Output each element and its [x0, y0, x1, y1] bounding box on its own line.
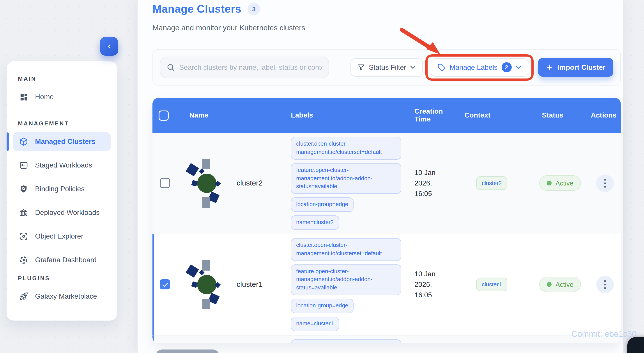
clusters-table: Name Labels Creation Time Context Status… — [152, 98, 621, 343]
sidebar-item-grafana-dashboard[interactable]: Grafana Dashboard — [13, 250, 111, 270]
toolbar: Status Filter Manage Labels 2 Imp — [152, 49, 621, 86]
import-cluster-label: Import Cluster — [558, 63, 606, 71]
status-badge: Active — [539, 277, 581, 292]
sidebar-item-label: Staged Workloads — [35, 161, 92, 169]
table-row: cluster2 cluster.open-cluster-management… — [152, 133, 621, 234]
bank-check-icon — [19, 208, 28, 217]
cluster-label-chip: location-group=edge — [291, 197, 354, 212]
cluster-label-chip: feature.open-cluster-management.io/addon… — [291, 163, 401, 194]
cluster-label-chip: cluster.open-cluster-management.io/clust… — [291, 137, 401, 159]
cut-off-corner-widget[interactable] — [627, 337, 644, 353]
search-input[interactable] — [179, 63, 322, 71]
sidebar-item-label: Object Explorer — [35, 232, 84, 240]
context-badge: cluster1 — [476, 278, 507, 291]
sidebar-item-label: Binding Policies — [35, 185, 84, 193]
status-dot-icon — [547, 282, 552, 287]
row-actions-button[interactable] — [596, 175, 614, 192]
status-badge: Active — [539, 176, 581, 191]
sidebar-section-plugins: PLUGINS — [18, 275, 111, 281]
manage-labels-label: Manage Labels — [450, 63, 498, 71]
cluster-name: cluster1 — [236, 279, 263, 290]
page-subtitle: Manage and monitor your Kubernetes clust… — [152, 24, 305, 33]
cluster-label-chip: name=cluster1 — [291, 317, 339, 331]
label-chips: cluster.open-cluster-management.io/clust… — [291, 339, 401, 343]
page-title: Manage Clusters — [152, 3, 242, 15]
sidebar-item-object-explorer[interactable]: Object Explorer — [13, 227, 111, 246]
chevron-down-icon — [410, 65, 416, 69]
creation-time: 10 Jan 2026, 16:05 — [404, 269, 451, 300]
column-header-status: Status — [524, 111, 589, 119]
row-checkbox[interactable] — [160, 279, 170, 290]
column-header-actions: Actions — [589, 111, 621, 119]
filter-funnel-icon — [358, 64, 365, 71]
search-icon — [166, 63, 175, 72]
sidebar-item-home[interactable]: Home — [13, 87, 111, 107]
search-box[interactable] — [160, 57, 329, 78]
row-checkbox[interactable] — [160, 178, 170, 188]
status-filter-button[interactable]: Status Filter — [350, 58, 423, 77]
import-cluster-button[interactable]: Import Cluster — [538, 58, 613, 77]
cluster-label-chip: feature.open-cluster-management.io/addon… — [291, 264, 401, 295]
column-header-creation-time: Creation Time — [404, 107, 452, 123]
grafana-icon — [19, 256, 28, 264]
shield-search-icon — [19, 185, 28, 193]
sidebar-item-deployed-workloads[interactable]: Deployed Workloads — [13, 203, 111, 222]
context-badge: cluster2 — [476, 177, 507, 190]
cluster-label-chip: cluster.open-cluster-management.io/clust… — [291, 238, 401, 261]
label-chips: cluster.open-cluster-management.io/clust… — [291, 238, 401, 331]
cluster-animation-graphic — [187, 155, 227, 211]
sidebar-section-main: MAIN — [18, 75, 111, 82]
cut-off-bottom-button[interactable] — [156, 349, 220, 353]
cluster-label-chip: name=cluster2 — [291, 215, 339, 230]
dashboard-icon — [19, 93, 28, 101]
sidebar-divider — [15, 113, 108, 113]
row-actions-button[interactable] — [596, 276, 614, 293]
cluster-count-badge: 3 — [248, 3, 260, 15]
sidebar-item-staged-workloads[interactable]: Staged Workloads — [13, 156, 111, 175]
sidebar-item-label: Grafana Dashboard — [35, 256, 96, 264]
sidebar: MAIN Home MANAGEMENT Managed Clusters St… — [6, 61, 117, 320]
select-all-checkbox[interactable] — [158, 110, 168, 120]
table-header-row: Name Labels Creation Time Context Status… — [152, 98, 621, 133]
sidebar-collapse-button[interactable] — [100, 37, 118, 56]
sidebar-section-management: MANAGEMENT — [18, 120, 111, 127]
sidebar-item-galaxy-marketplace[interactable]: Galaxy Marketplace — [13, 287, 111, 306]
status-filter-label: Status Filter — [369, 63, 406, 71]
sidebar-item-label: Home — [35, 93, 54, 101]
cluster-name: cluster2 — [236, 178, 263, 189]
manage-labels-button[interactable]: Manage Labels 2 — [431, 58, 528, 77]
sidebar-item-managed-clusters[interactable]: Managed Clusters — [13, 132, 111, 151]
rocket-icon — [19, 292, 28, 301]
sidebar-item-label: Deployed Workloads — [35, 209, 100, 217]
cluster-animation-graphic — [187, 256, 227, 313]
creation-time: 10 Jan 2026, 16:05 — [404, 168, 451, 199]
table-row: cluster1 cluster.open-cluster-management… — [152, 234, 621, 335]
app-window: MAIN Home MANAGEMENT Managed Clusters St… — [0, 0, 644, 353]
scan-icon — [19, 232, 28, 241]
column-header-context: Context — [452, 111, 524, 119]
plus-icon — [546, 64, 553, 71]
table-row: k3d-example-cluster cluster.open-cluster… — [152, 335, 621, 343]
cube-icon — [19, 137, 28, 146]
chevron-left-icon — [106, 43, 112, 49]
sidebar-item-label: Managed Clusters — [35, 138, 96, 146]
cluster-label-chip: cluster.open-cluster-management.io/clust… — [291, 339, 401, 343]
terminal-icon — [19, 161, 28, 170]
status-dot-icon — [547, 181, 552, 186]
commit-hash-text: Commit: ebe1c30 — [571, 329, 636, 339]
table-body: cluster2 cluster.open-cluster-management… — [152, 133, 621, 343]
column-header-name: Name — [177, 111, 278, 119]
cluster-label-chip: location-group=edge — [291, 299, 354, 313]
tag-icon — [438, 63, 446, 71]
column-header-labels: Labels — [278, 111, 404, 119]
chevron-down-icon — [516, 65, 521, 69]
sidebar-item-binding-policies[interactable]: Binding Policies — [13, 179, 111, 199]
sidebar-item-label: Galaxy Marketplace — [35, 292, 97, 300]
label-chips: cluster.open-cluster-management.io/clust… — [291, 137, 401, 230]
manage-labels-count-badge: 2 — [502, 62, 512, 72]
